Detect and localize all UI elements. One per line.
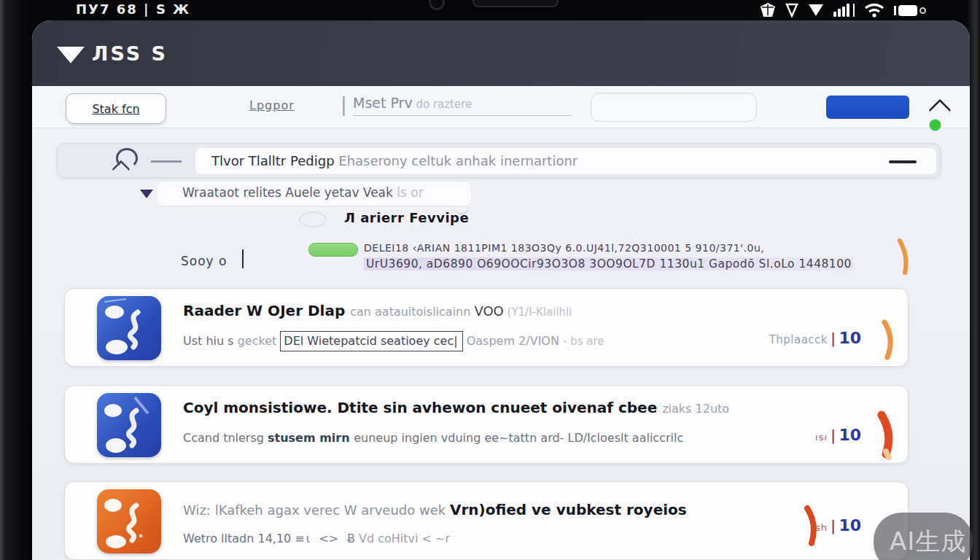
camera-icon	[429, 0, 445, 10]
meta-text-block: DELEI18 ‹ARIAN 1811PIM1 183O3Qy 6.0.UJ41…	[364, 240, 896, 272]
search-query-rest: Ehaserony celtuk anhak inernartionr	[338, 153, 578, 168]
meta-line-2: UrU3690, aD6890 O69OOCir93O3O8 3OO9OL7D …	[364, 257, 854, 271]
stat-value: 10	[839, 329, 861, 347]
app-header: ЛSS S	[32, 20, 970, 86]
card-meta-row: Ust hiu s gecket DEl Wietepatcid seatioe…	[183, 334, 604, 348]
filter-text[interactable]: Wraataot relites Auele yetav Veak ls or	[182, 185, 424, 200]
toolbar-link[interactable]: Lpgpor	[249, 98, 295, 112]
primary-action-button[interactable]	[826, 96, 909, 119]
list-glyph-icon[interactable]: ≡ɩ	[295, 532, 311, 545]
speaker-notch	[472, 0, 559, 7]
orange-stroke-icon	[894, 238, 913, 276]
app-logo-triangle-icon	[57, 47, 85, 63]
card-title-row: Coyl monsistiowe. Dtite sin avhewon cnue…	[183, 399, 729, 416]
stat-value: 10	[839, 426, 861, 444]
filter-text-main: Wraataot relites Auele yetav Veak	[182, 185, 397, 200]
card-meta-left: Wetro lltadn 14,10	[183, 532, 295, 545]
card-title-row: Wiz: lKafkeh agax verec W arveudo wek Vr…	[183, 501, 687, 518]
status-icons	[760, 1, 926, 19]
status-green-dot	[930, 120, 941, 131]
stat-separator: |	[831, 330, 836, 347]
shield-icon	[760, 2, 776, 18]
card-meta-b: stusem mirn	[268, 431, 354, 445]
watermark-text: AI生成	[890, 525, 966, 559]
card-title: Vrn)ofied ve vubkest royeios	[450, 501, 687, 518]
stat-label: Thplaacck	[769, 333, 828, 346]
card-title: Raader W OJer Dlap	[183, 302, 350, 319]
card-meta-prefix: Ust hiu s	[183, 334, 238, 348]
card-extra: (Y1/I-Klailhli	[504, 306, 572, 319]
orange-stroke-icon	[801, 504, 820, 548]
card-meta-a: Ccand tnlersg	[183, 431, 268, 445]
card-title: Coyl monsistiowe. Dtite sin avhewon cnue…	[183, 399, 662, 416]
triangle-outline-icon	[785, 3, 798, 18]
green-progress-pill	[308, 243, 358, 257]
collapse-chevron-icon[interactable]	[928, 98, 951, 121]
text-cursor	[242, 249, 244, 268]
toolbar-input-text: Mset Prv	[353, 95, 413, 111]
code-glyph-icon[interactable]: <>	[319, 532, 338, 545]
battery-icon	[894, 5, 926, 16]
card-meta-c: euneup ingien vduing ee~tattn ard- LD/Ic…	[354, 431, 683, 445]
toolbar-input-hint: do raztere	[413, 98, 472, 111]
card-stat: Thplaacck|10	[769, 329, 861, 347]
card-subtitle: can aatauitoislicainn	[350, 305, 474, 319]
status-bar-time: ПУ7 68 | S Ж	[76, 0, 190, 19]
toolbar: Stak fcn Lpgpor | Mset Prv do raztere	[32, 86, 970, 128]
search-bar[interactable]: Tlvor Tlalltr Pedigp Ehaserony celtuk an…	[57, 143, 941, 178]
list-item-3[interactable]: Wiz: lKafkeh agax verec W arveudo wek Vr…	[64, 481, 909, 560]
stat-separator: |	[831, 517, 836, 534]
active-tab-button[interactable]: Stak fcn	[66, 93, 166, 124]
card-meta-right: Vd coHitvi < ~r	[355, 532, 450, 545]
card-meta-gray: gecket	[238, 334, 281, 348]
ai-generated-watermark: AI生成	[874, 513, 973, 560]
card-meta-info: Oaspem 2/VION	[463, 334, 563, 348]
card-title-faded: ziaks 12uto	[662, 402, 729, 416]
search-input[interactable]: Tlvor Tlalltr Pedigp Ehaserony celtuk an…	[195, 147, 937, 175]
minus-icon[interactable]	[889, 160, 917, 163]
dropdown-label[interactable]: Л arierr Fevvipe	[344, 210, 469, 225]
search-divider	[151, 160, 182, 163]
app-thumbnail-blue-icon	[97, 393, 161, 457]
app-thumbnail-orange-icon	[97, 489, 161, 553]
toolbar-input[interactable]: Mset Prv do raztere	[353, 95, 572, 116]
meta-label: Sooy o	[181, 254, 227, 268]
card-meta-faded: - bs are	[563, 335, 604, 348]
stat-label: ısı	[815, 432, 828, 443]
ghost-ellipse-icon	[299, 211, 327, 228]
triangle-filled-icon	[808, 4, 824, 17]
app-title: ЛSS S	[92, 42, 168, 65]
red-stroke-icon	[873, 409, 898, 462]
list-item-1[interactable]: Raader W OJer Dlap can aatauitoislicainn…	[64, 288, 909, 367]
card-title-light: Wiz: lKafkeh agax verec W arveudo wek	[183, 502, 450, 518]
flag-glyph-icon[interactable]: Ƀ	[347, 532, 355, 545]
card-stat: ısı|10	[815, 426, 861, 444]
phone-frame: ПУ7 68 | S Ж ЛSS S	[0, 0, 980, 560]
stat-separator: |	[831, 427, 836, 444]
meta-line-1: DELEI18 ‹ARIAN 1811PIM1 183O3Qy 6.0.UJ41…	[364, 240, 896, 256]
signal-bars-icon	[833, 4, 855, 17]
filter-text-faded: ls or	[397, 185, 423, 200]
toolbar-separator: |	[341, 93, 347, 115]
toolbar-secondary-input[interactable]	[591, 93, 757, 122]
card-stat: sh|10	[815, 516, 861, 534]
app-screen: ЛSS S Stak fcn Lpgpor | Mset Prv do razt…	[32, 20, 970, 560]
list-item-2[interactable]: Coyl monsistiowe. Dtite sin avhewon cnue…	[64, 385, 909, 464]
card-meta-row: Wetro lltadn 14,10 ≡ɩ<>Ƀ Vd coHitvi < ~r	[183, 532, 450, 545]
app-thumbnail-blue-icon	[97, 296, 161, 360]
card-meta-selected[interactable]: DEl Wietepatcid seatioey cec|	[280, 331, 462, 351]
stat-value: 10	[839, 516, 861, 534]
card-badge: VOO	[474, 303, 503, 319]
card-meta-row: Ccand tnlersg stusem mirn euneup ingien …	[183, 431, 683, 445]
search-icon	[114, 148, 141, 173]
search-query-strong: Tlvor Tlalltr Pedigp	[211, 153, 338, 168]
wifi-icon	[864, 3, 884, 18]
orange-stroke-icon	[877, 318, 898, 362]
card-title-row: Raader W OJer Dlap can aatauitoislicainn…	[183, 302, 572, 319]
dropdown-triangle-icon[interactable]	[140, 190, 153, 198]
